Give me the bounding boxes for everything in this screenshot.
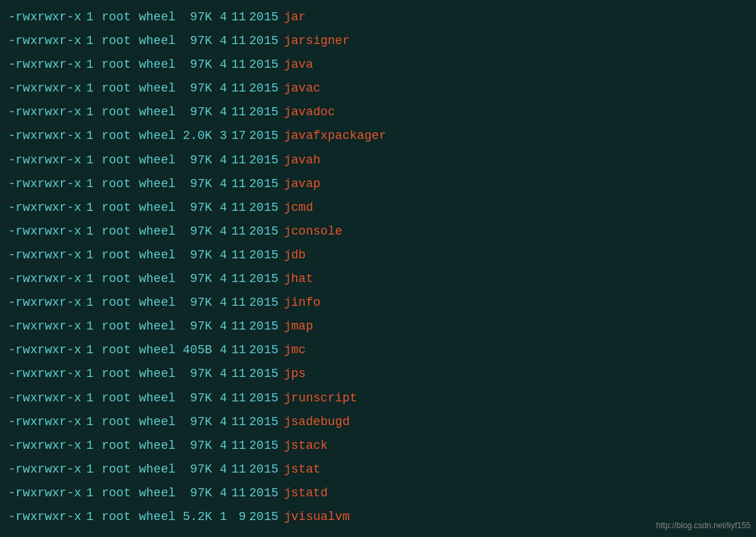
- day-cell: 11: [230, 481, 249, 505]
- year-cell: 2015: [249, 458, 284, 481]
- links-cell: 1: [83, 220, 102, 243]
- table-row: -rwxrwxr-x 1 root wheel 97K 4 11 2015 jc…: [8, 220, 748, 243]
- month-cell: 4: [215, 434, 230, 458]
- links-cell: 1: [83, 29, 102, 53]
- table-row: -rwxrwxr-x 1 root wheel 97K 4 11 2015 ja…: [8, 100, 748, 124]
- links-cell: 1: [83, 77, 102, 100]
- month-cell: 4: [215, 481, 230, 505]
- owner-cell: root: [102, 196, 139, 220]
- group-cell: wheel: [139, 267, 180, 291]
- table-row: -rwxrwxr-x 1 root wheel 97K 4 11 2015 ja…: [8, 5, 748, 29]
- day-cell: 11: [230, 172, 249, 196]
- size-cell: 97K: [180, 5, 215, 29]
- group-cell: wheel: [139, 100, 180, 124]
- size-cell: 405B: [180, 338, 215, 362]
- group-cell: wheel: [139, 220, 180, 243]
- size-cell: 97K: [180, 434, 215, 458]
- links-cell: 1: [83, 172, 102, 196]
- group-cell: wheel: [139, 410, 180, 434]
- permissions-cell: -rwxrwxr-x: [8, 53, 83, 77]
- links-cell: 1: [83, 410, 102, 434]
- month-cell: 4: [215, 172, 230, 196]
- day-cell: 11: [230, 220, 249, 243]
- filename-cell: jmap: [284, 315, 313, 338]
- day-cell: 11: [230, 77, 249, 100]
- size-cell: 97K: [180, 196, 215, 220]
- group-cell: wheel: [139, 77, 180, 100]
- year-cell: 2015: [249, 410, 284, 434]
- table-row: -rwxrwxr-x 1 root wheel 97K 4 11 2015 js…: [8, 434, 748, 458]
- day-cell: 11: [230, 315, 249, 338]
- group-cell: wheel: [139, 124, 180, 148]
- table-row: -rwxrwxr-x 1 root wheel 97K 4 11 2015 js…: [8, 481, 748, 505]
- year-cell: 2015: [249, 481, 284, 505]
- year-cell: 2015: [249, 100, 284, 124]
- size-cell: 97K: [180, 220, 215, 243]
- table-row: -rwxrwxr-x 1 root wheel 5.2K 1 9 2015 jv…: [8, 505, 748, 529]
- year-cell: 2015: [249, 505, 284, 529]
- year-cell: 2015: [249, 172, 284, 196]
- size-cell: 5.2K: [180, 505, 215, 529]
- size-cell: 97K: [180, 315, 215, 338]
- filename-cell: jps: [284, 362, 306, 386]
- links-cell: 1: [83, 291, 102, 315]
- table-row: -rwxrwxr-x 1 root wheel 405B 4 11 2015 j…: [8, 338, 748, 362]
- filename-cell: jsadebugd: [284, 410, 350, 434]
- permissions-cell: -rwxrwxr-x: [8, 434, 83, 458]
- group-cell: wheel: [139, 196, 180, 220]
- size-cell: 97K: [180, 267, 215, 291]
- day-cell: 17: [230, 124, 249, 148]
- owner-cell: root: [102, 481, 139, 505]
- month-cell: 4: [215, 77, 230, 100]
- year-cell: 2015: [249, 338, 284, 362]
- links-cell: 1: [83, 267, 102, 291]
- filename-cell: javac: [284, 77, 320, 100]
- links-cell: 1: [83, 505, 102, 529]
- group-cell: wheel: [139, 338, 180, 362]
- links-cell: 1: [83, 362, 102, 386]
- permissions-cell: -rwxrwxr-x: [8, 29, 83, 53]
- permissions-cell: -rwxrwxr-x: [8, 362, 83, 386]
- owner-cell: root: [102, 220, 139, 243]
- day-cell: 11: [230, 410, 249, 434]
- table-row: -rwxrwxr-x 1 root wheel 97K 4 11 2015 jm…: [8, 315, 748, 338]
- table-row: -rwxrwxr-x 1 root wheel 97K 4 11 2015 js…: [8, 458, 748, 481]
- month-cell: 4: [215, 362, 230, 386]
- owner-cell: root: [102, 53, 139, 77]
- filename-cell: jvisualvm: [284, 505, 350, 529]
- table-row: -rwxrwxr-x 1 root wheel 97K 4 11 2015 jd…: [8, 243, 748, 267]
- group-cell: wheel: [139, 243, 180, 267]
- filename-cell: jinfo: [284, 291, 320, 315]
- owner-cell: root: [102, 291, 139, 315]
- year-cell: 2015: [249, 53, 284, 77]
- permissions-cell: -rwxrwxr-x: [8, 100, 83, 124]
- month-cell: 4: [215, 29, 230, 53]
- group-cell: wheel: [139, 434, 180, 458]
- permissions-cell: -rwxrwxr-x: [8, 267, 83, 291]
- table-row: -rwxrwxr-x 1 root wheel 97K 4 11 2015 ja…: [8, 53, 748, 77]
- owner-cell: root: [102, 148, 139, 172]
- owner-cell: root: [102, 458, 139, 481]
- table-row: -rwxrwxr-x 1 root wheel 97K 4 11 2015 ja…: [8, 172, 748, 196]
- table-row: -rwxrwxr-x 1 root wheel 97K 4 11 2015 jh…: [8, 267, 748, 291]
- permissions-cell: -rwxrwxr-x: [8, 220, 83, 243]
- month-cell: 4: [215, 338, 230, 362]
- owner-cell: root: [102, 77, 139, 100]
- permissions-cell: -rwxrwxr-x: [8, 148, 83, 172]
- owner-cell: root: [102, 5, 139, 29]
- table-row: -rwxrwxr-x 1 root wheel 97K 4 11 2015 jr…: [8, 386, 748, 410]
- day-cell: 11: [230, 386, 249, 410]
- day-cell: 11: [230, 291, 249, 315]
- month-cell: 4: [215, 267, 230, 291]
- year-cell: 2015: [249, 29, 284, 53]
- day-cell: 11: [230, 362, 249, 386]
- filename-cell: jar: [284, 5, 306, 29]
- day-cell: 11: [230, 267, 249, 291]
- owner-cell: root: [102, 172, 139, 196]
- group-cell: wheel: [139, 291, 180, 315]
- year-cell: 2015: [249, 434, 284, 458]
- month-cell: 4: [215, 386, 230, 410]
- permissions-cell: -rwxrwxr-x: [8, 481, 83, 505]
- table-row: -rwxrwxr-x 1 root wheel 2.0K 3 17 2015 j…: [8, 124, 748, 148]
- links-cell: 1: [83, 100, 102, 124]
